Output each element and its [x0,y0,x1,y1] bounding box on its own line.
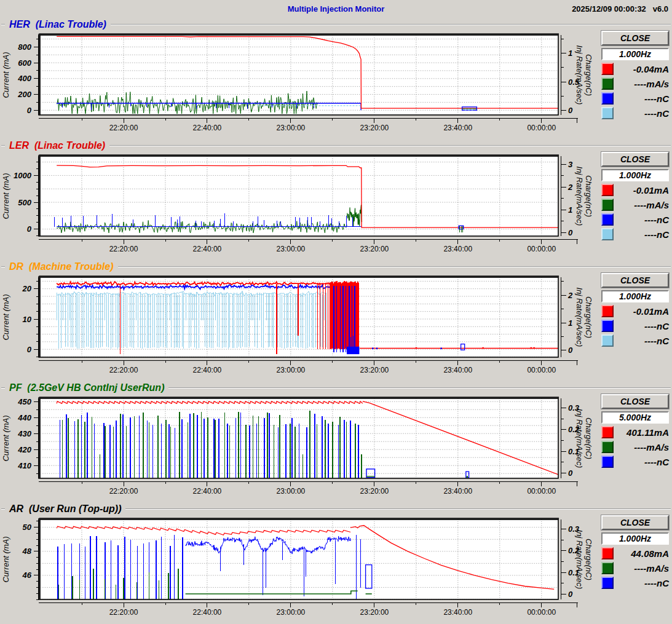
svg-text:0: 0 [568,590,573,599]
legend-value: ----mA/s [614,563,669,574]
svg-text:Inj Rate(mA/sec): Inj Rate(mA/sec) [575,167,584,226]
rate-field[interactable]: 1.000Hz [601,532,669,545]
svg-text:440: 440 [17,413,31,422]
panel-ar: AR (User Run (Top-up)) 46485000.10.20.32… [0,503,672,624]
svg-text:Current (mA): Current (mA) [1,173,10,219]
legend-row: ----nC [601,456,669,468]
close-button[interactable]: CLOSE [601,31,669,45]
legend-swatch-lightblue[interactable] [601,334,614,347]
legend-swatch-red[interactable] [601,426,614,438]
svg-text:500: 500 [18,198,31,207]
legend-swatch-red[interactable] [601,63,614,75]
svg-text:23:00:00: 23:00:00 [277,124,306,132]
svg-text:22:20:00: 22:20:00 [109,608,138,617]
svg-text:2: 2 [567,291,573,300]
legend-row: ----nC [601,107,669,119]
legend-row: -0.01mA [601,305,669,317]
legend-swatch-red[interactable] [601,184,614,196]
close-button[interactable]: CLOSE [601,152,669,167]
legend-swatch-lightblue[interactable] [601,228,614,240]
legend-row: ----nC [601,213,669,226]
svg-text:450: 450 [17,397,31,406]
legend-swatch-blue[interactable] [601,320,614,332]
legend-row: ----nC [601,92,669,105]
panel-controls: CLOSE 5.000Hz 401.11mA----mA/s----nC [601,382,669,503]
legend-value: ----mA/s [614,200,669,210]
rate-field[interactable]: 1.000Hz [601,290,669,302]
svg-text:400: 400 [17,74,31,83]
svg-text:Current (mA): Current (mA) [1,52,10,98]
rate-field[interactable]: 5.000Hz [601,411,669,424]
legend-swatch-lightblue[interactable] [601,107,614,119]
close-button[interactable]: CLOSE [601,273,669,288]
svg-text:23:00:00: 23:00:00 [277,608,306,617]
legend-swatch-green[interactable] [601,562,614,574]
header-clock: 2025/12/09 00:00:32 v6.0 [572,4,668,14]
svg-text:00:00:00: 00:00:00 [527,608,556,617]
svg-text:0: 0 [568,468,573,478]
legend-row: ----mA/s [601,441,669,453]
legend-value: ----nC [614,336,669,346]
legend-swatch-green[interactable] [601,199,614,211]
svg-text:Current (mA): Current (mA) [1,415,10,461]
legend-rows: 44.08mA----mA/s----nC [601,547,669,589]
svg-text:0: 0 [27,345,32,354]
legend-row: ----nC [601,320,669,332]
svg-text:Charge(nC): Charge(nC) [584,54,593,96]
legend-value: ----nC [614,215,669,225]
legend-row: 401.11mA [601,426,669,438]
svg-text:23:20:00: 23:20:00 [360,366,389,374]
svg-text:2: 2 [567,183,573,192]
legend-row: 44.08mA [601,547,669,559]
svg-text:00:00:00: 00:00:00 [527,487,556,496]
legend-value: ----nC [614,108,669,119]
svg-text:22:20:00: 22:20:00 [109,366,138,374]
svg-text:22:20:00: 22:20:00 [109,124,138,132]
svg-text:50: 50 [23,523,32,532]
panel-title: LER (Linac Trouble) [5,140,109,151]
svg-text:1000: 1000 [14,171,32,180]
legend-swatch-red[interactable] [601,547,614,559]
svg-text:600: 600 [18,58,31,68]
svg-text:Charge(nC): Charge(nC) [584,539,593,580]
header-version: v6.0 [653,4,668,14]
legend-value: 44.08mA [614,548,669,559]
legend-row: ----mA/s [601,77,669,90]
panel-controls: CLOSE 1.000Hz -0.04mA----mA/s----nC----n… [601,18,669,140]
legend-value: ----nC [614,578,669,588]
app-title: Multiple Injection Monitor [0,4,672,14]
legend-swatch-blue[interactable] [601,577,614,589]
svg-text:420: 420 [17,445,31,454]
svg-text:20: 20 [22,284,32,293]
legend-swatch-blue[interactable] [601,92,614,105]
svg-text:22:40:00: 22:40:00 [193,608,222,617]
svg-text:00:00:00: 00:00:00 [527,366,556,374]
svg-text:23:40:00: 23:40:00 [443,124,472,132]
rate-field[interactable]: 1.000Hz [601,48,669,60]
rate-field[interactable]: 1.000Hz [601,169,669,181]
close-button[interactable]: CLOSE [601,515,669,530]
legend-swatch-green[interactable] [601,441,614,453]
svg-text:0: 0 [568,106,573,115]
legend-rows: -0.01mA----nC----nC [601,305,669,347]
legend-swatch-blue[interactable] [601,456,614,468]
header-datetime: 2025/12/09 00:00:32 [572,4,646,14]
legend-swatch-blue[interactable] [601,213,614,226]
panel-her: HER (Linac Trouble) 020040060080000.5122… [0,18,672,140]
panel-controls: CLOSE 1.000Hz 44.08mA----mA/s----nC [601,503,669,624]
legend-value: ----nC [614,321,669,331]
svg-text:Inj Rate(mA/sec): Inj Rate(mA/sec) [575,45,584,105]
panel-title: AR (User Run (Top-up)) [5,503,125,515]
svg-text:23:00:00: 23:00:00 [277,366,306,374]
chart-dr: 0102001222:20:0022:40:0023:00:0023:20:00… [0,272,599,382]
svg-text:22:40:00: 22:40:00 [193,245,222,253]
legend-value: ----mA/s [614,79,669,89]
svg-text:3: 3 [568,160,573,169]
close-button[interactable]: CLOSE [601,394,669,409]
chart-ler: 05001000012322:20:0022:40:0023:00:0023:2… [0,151,599,261]
legend-swatch-green[interactable] [601,77,614,90]
svg-text:Charge(nC): Charge(nC) [584,417,593,459]
legend-value: ----mA/s [614,442,669,452]
legend-value: -0.01mA [614,306,669,317]
legend-swatch-red[interactable] [601,305,614,317]
